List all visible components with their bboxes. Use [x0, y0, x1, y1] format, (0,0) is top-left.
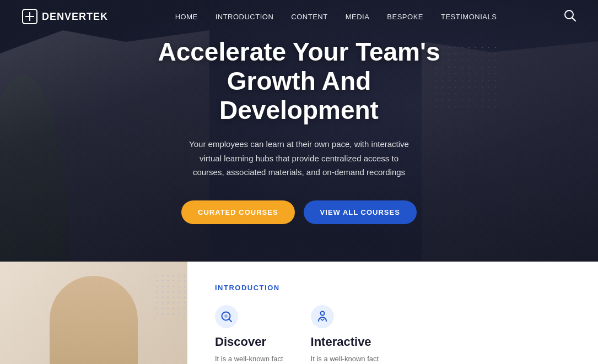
navigation: DENVERTEK HOME INTRODUCTION CONTENT MEDI… — [0, 0, 598, 33]
nav-item-content[interactable]: CONTENT — [291, 12, 327, 21]
hero-content: Accelerate Your Team's Growth And Develo… — [134, 37, 465, 224]
intro-section: INTRODUCTION Discover It is a well-known… — [0, 262, 598, 364]
hero-subtitle: Your employees can learn at their own pa… — [184, 137, 415, 180]
nav-link-bespoke[interactable]: BESPOKE — [387, 13, 423, 21]
nav-item-testimonials[interactable]: TESTIMONIALS — [441, 12, 497, 21]
search-icon[interactable] — [564, 9, 576, 24]
nav-link-media[interactable]: MEDIA — [346, 13, 370, 21]
intro-section-label: INTRODUCTION — [215, 284, 570, 292]
nav-item-home[interactable]: HOME — [175, 12, 198, 21]
intro-dots-decoration — [154, 273, 187, 317]
feature-interactive-title: Interactive — [311, 335, 379, 349]
logo-icon — [22, 9, 37, 24]
nav-links: HOME INTRODUCTION CONTENT MEDIA BESPOKE … — [175, 12, 497, 21]
feature-discover-desc: It is a well-known fact — [215, 354, 283, 364]
feature-interactive-desc: It is a well-known fact — [311, 354, 379, 364]
intro-image — [0, 262, 187, 364]
feature-discover: Discover It is a well-known fact — [215, 305, 283, 364]
nav-item-bespoke[interactable]: BESPOKE — [387, 12, 423, 21]
feature-discover-title: Discover — [215, 335, 283, 349]
view-all-courses-button[interactable]: VIEW ALL COURSES — [304, 200, 417, 224]
interactive-icon — [311, 305, 334, 328]
nav-link-introduction[interactable]: INTRODUCTION — [216, 13, 274, 21]
svg-point-7 — [224, 314, 228, 318]
nav-link-home[interactable]: HOME — [175, 13, 198, 21]
hero-title: Accelerate Your Team's Growth And Develo… — [145, 37, 454, 125]
intro-person-image — [50, 276, 138, 364]
nav-link-testimonials[interactable]: TESTIMONIALS — [441, 13, 497, 21]
feature-interactive: Interactive It is a well-known fact — [311, 305, 379, 364]
brand-name: DENVERTEK — [42, 11, 108, 23]
svg-point-8 — [320, 312, 324, 316]
brand-logo[interactable]: DENVERTEK — [22, 9, 108, 24]
hero-buttons: CURATED COURSES VIEW ALL COURSES — [145, 200, 454, 224]
curated-courses-button[interactable]: CURATED COURSES — [181, 200, 295, 224]
intro-content: INTRODUCTION Discover It is a well-known… — [187, 262, 598, 364]
nav-item-introduction[interactable]: INTRODUCTION — [216, 12, 274, 21]
hero-section: Accelerate Your Team's Growth And Develo… — [0, 0, 598, 262]
nav-link-content[interactable]: CONTENT — [291, 13, 327, 21]
svg-line-4 — [572, 18, 575, 21]
nav-item-media[interactable]: MEDIA — [346, 12, 370, 21]
intro-features: Discover It is a well-known fact Interac… — [215, 305, 570, 364]
svg-point-3 — [565, 10, 573, 19]
svg-line-6 — [229, 319, 232, 322]
discover-icon — [215, 305, 238, 328]
